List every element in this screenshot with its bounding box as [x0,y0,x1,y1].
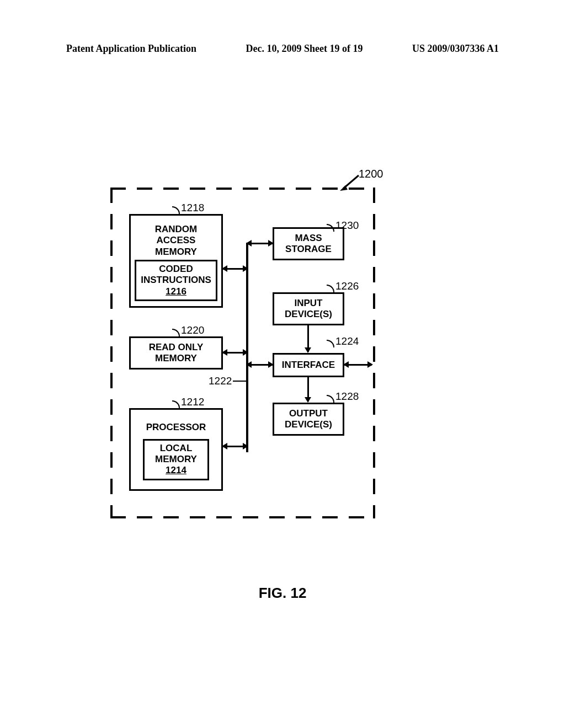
connector [344,364,372,366]
interface-label: INTERFACE [282,360,335,371]
local-memory-block: LOCAL MEMORY 1214 [143,439,209,480]
processor-label: PROCESSOR [146,422,206,433]
header-center: Dec. 10, 2009 Sheet 19 of 19 [246,43,363,55]
connector [247,364,273,366]
connector-arrow-down [307,325,309,352]
connector [247,243,273,244]
leader-hook [327,340,334,347]
ref-system: 1200 [359,168,383,180]
coded-ref: 1216 [166,286,186,297]
leader-line [233,381,246,382]
input-label: DEVICE(S) [285,309,332,320]
processor-block: PROCESSOR LOCAL MEMORY 1214 [129,408,223,491]
local-label: MEMORY [155,454,197,465]
ram-label: RANDOM [155,224,198,235]
ref-iface: 1224 [335,335,359,347]
leader-arrow-icon [340,174,360,191]
mass-storage-block: MASS STORAGE [273,227,344,260]
dashed-border [110,188,113,518]
connector [223,352,247,354]
page-header: Patent Application Publication Dec. 10, … [66,43,499,55]
connector [223,268,247,270]
local-ref: 1214 [166,465,186,476]
ref-input: 1226 [335,280,359,292]
header-right: US 2009/0307336 A1 [412,43,499,55]
output-devices-block: OUTPUT DEVICE(S) [273,403,344,436]
leader-hook [327,395,334,403]
connector-arrow-down [307,377,309,402]
ref-ram: 1218 [181,202,204,214]
rom-label: MEMORY [155,353,197,364]
leader-hook [327,224,334,232]
header-left: Patent Application Publication [66,43,196,55]
ref-proc: 1212 [181,396,204,408]
ref-output: 1228 [335,390,359,403]
local-label: LOCAL [160,443,193,454]
ref-rom: 1220 [181,324,204,336]
patent-figure-page: Patent Application Publication Dec. 10, … [0,0,565,728]
dashed-border [373,188,375,518]
rom-label: READ ONLY [149,342,204,353]
coded-label: INSTRUCTIONS [141,275,211,286]
output-label: DEVICE(S) [285,419,332,430]
system-bus-line [246,243,248,452]
mass-label: MASS [295,233,322,244]
mass-label: STORAGE [285,244,332,255]
connector [223,446,247,447]
ram-label: ACCESS [157,235,196,246]
dashed-border [110,188,375,190]
coded-instructions-block: CODED INSTRUCTIONS 1216 [135,260,217,301]
dashed-border [110,516,375,518]
block-diagram: RANDOM ACCESS MEMORY CODED INSTRUCTIONS … [110,188,375,518]
ref-bus: 1222 [209,375,232,387]
coded-label: CODED [159,264,193,275]
ram-block: RANDOM ACCESS MEMORY CODED INSTRUCTIONS … [129,214,223,308]
leader-hook [172,329,180,336]
input-devices-block: INPUT DEVICE(S) [273,292,344,325]
output-label: OUTPUT [289,408,328,419]
figure-caption: FIG. 12 [0,585,565,602]
ref-mass: 1230 [335,220,359,232]
leader-hook [327,285,334,292]
leader-hook [172,400,180,408]
input-label: INPUT [295,298,323,309]
leader-hook [172,206,180,214]
ram-label: MEMORY [155,247,197,258]
interface-block: INTERFACE [273,353,344,377]
rom-block: READ ONLY MEMORY [129,336,223,370]
